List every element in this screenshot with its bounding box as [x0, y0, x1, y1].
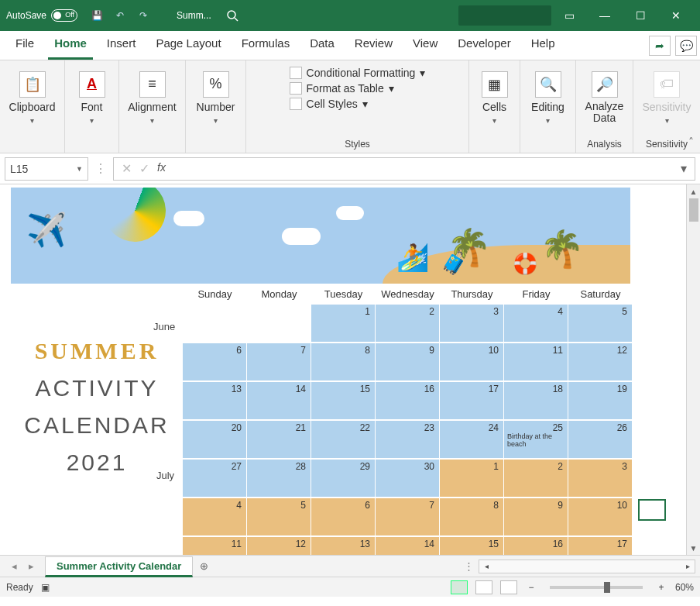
account-avatar[interactable] — [458, 5, 551, 26]
cells-button[interactable]: ▦Cells▾ — [468, 64, 521, 132]
number-button[interactable]: %Number▾ — [190, 64, 242, 132]
scroll-right-icon[interactable]: ▸ — [681, 560, 695, 573]
redo-icon[interactable]: ↷ — [132, 5, 155, 26]
calendar-cell[interactable]: 12 — [568, 343, 632, 380]
ribbon-display-icon[interactable]: ▭ — [551, 0, 587, 31]
calendar-cell[interactable]: 23 — [376, 421, 439, 458]
collapse-ribbon-icon[interactable]: ˄ — [688, 136, 694, 148]
macro-record-icon[interactable]: ▣ — [41, 582, 50, 593]
cancel-formula-icon[interactable]: ✕ — [122, 161, 132, 176]
calendar-cell[interactable]: 15 — [311, 382, 375, 419]
tab-view[interactable]: View — [407, 32, 444, 60]
calendar-cell[interactable]: 1 — [440, 460, 503, 497]
close-icon[interactable]: ✕ — [658, 0, 694, 31]
tab-formulas[interactable]: Formulas — [235, 32, 297, 60]
font-button[interactable]: AFont▾ — [66, 64, 118, 132]
expand-formula-icon[interactable]: ▾ — [678, 161, 690, 176]
calendar-cell[interactable]: 18 — [504, 382, 568, 419]
tab-insert[interactable]: Insert — [101, 32, 142, 60]
scroll-up-icon[interactable]: ▲ — [687, 184, 700, 198]
calendar-cell[interactable]: 5 — [247, 498, 311, 535]
undo-icon[interactable]: ↶ — [108, 5, 132, 26]
new-sheet-icon[interactable]: ⊕ — [193, 560, 214, 572]
enter-formula-icon[interactable]: ✓ — [139, 161, 149, 176]
calendar-cell[interactable]: 13 — [311, 537, 375, 555]
calendar-cell[interactable]: 2 — [504, 460, 568, 497]
calendar-cell[interactable]: 5 — [568, 305, 632, 342]
calendar-cell[interactable]: 27 — [183, 460, 246, 497]
calendar-cell[interactable]: 8 — [440, 498, 503, 535]
search-icon[interactable] — [222, 5, 242, 26]
calendar-cell[interactable]: 6 — [183, 343, 246, 380]
calendar-cell[interactable]: 9 — [504, 498, 568, 535]
document-name[interactable]: Summ... — [177, 10, 211, 21]
calendar-cell[interactable]: 3 — [440, 305, 503, 342]
calendar-cell[interactable]: 25Birthday at the beach — [504, 421, 568, 458]
tab-help[interactable]: Help — [525, 32, 561, 60]
calendar-cell[interactable]: 16 — [376, 382, 439, 419]
calendar-cell[interactable]: 7 — [247, 343, 311, 380]
calendar-cell[interactable]: 11 — [504, 343, 568, 380]
calendar-cell[interactable]: 30 — [376, 460, 439, 497]
scroll-down-icon[interactable]: ▼ — [687, 541, 700, 555]
autosave-toggle[interactable]: Off — [51, 9, 77, 22]
vertical-scrollbar[interactable]: ▲ ▼ — [686, 184, 700, 555]
save-icon[interactable]: 💾 — [85, 5, 108, 26]
analyze-data-button[interactable]: 🔎Analyze Data — [578, 64, 631, 132]
calendar-cell[interactable]: 17 — [568, 537, 632, 555]
calendar-cell[interactable]: 14 — [247, 382, 311, 419]
calendar-cell[interactable]: 3 — [568, 460, 632, 497]
format-as-table-button[interactable]: Format as Table ▾ — [290, 82, 426, 95]
calendar-cell[interactable]: 28 — [247, 460, 311, 497]
calendar-cell[interactable]: 2 — [376, 305, 439, 342]
calendar-cell[interactable]: 17 — [440, 382, 503, 419]
share-icon[interactable]: ➦ — [649, 36, 671, 56]
zoom-level[interactable]: 60% — [675, 582, 694, 593]
calendar-cell[interactable]: 20 — [183, 421, 246, 458]
worksheet[interactable]: ✈️ 🌴 🌴 🏄 🧳 🛟 SUMMER ACTIVITY CALENDAR 20… — [0, 184, 686, 555]
calendar-cell[interactable]: 4 — [183, 498, 246, 535]
calendar-cell[interactable]: 9 — [376, 343, 439, 380]
name-box[interactable]: L15 ▼ — [5, 157, 88, 181]
calendar-cell[interactable]: 8 — [311, 343, 375, 380]
calendar-cell[interactable]: 15 — [440, 537, 503, 555]
clipboard-button[interactable]: 📋Clipboard▾ — [6, 64, 59, 132]
calendar-cell[interactable]: 16 — [504, 537, 568, 555]
calendar-cell[interactable]: 21 — [247, 421, 311, 458]
tab-data[interactable]: Data — [304, 32, 341, 60]
calendar-cell[interactable] — [247, 305, 311, 342]
calendar-cell[interactable]: 14 — [376, 537, 439, 555]
tab-split-icon[interactable]: ⋮ — [464, 560, 474, 572]
calendar-cell[interactable]: 13 — [183, 382, 246, 419]
tab-review[interactable]: Review — [348, 32, 399, 60]
sheet-tab-active[interactable]: Summer Activity Calendar — [45, 556, 193, 577]
horizontal-scrollbar[interactable]: ◂ ▸ — [479, 560, 695, 573]
scroll-left-icon[interactable]: ◂ — [479, 560, 493, 573]
alignment-button[interactable]: ≡Alignment▾ — [126, 64, 179, 132]
maximize-icon[interactable]: ☐ — [623, 0, 658, 31]
view-page-break-icon[interactable] — [500, 580, 517, 594]
tab-page-layout[interactable]: Page Layout — [149, 32, 227, 60]
comments-icon[interactable]: 💬 — [675, 36, 697, 56]
conditional-formatting-button[interactable]: Conditional Formatting ▾ — [290, 67, 426, 79]
calendar-cell[interactable]: 19 — [568, 382, 632, 419]
calendar-grid[interactable]: June July SundayMondayTuesdayWednesdayTh… — [183, 284, 633, 555]
calendar-cell[interactable]: 7 — [376, 498, 439, 535]
calendar-cell[interactable]: 10 — [440, 343, 503, 380]
tab-nav-prev-icon[interactable]: ◂ — [6, 559, 22, 574]
calendar-cell[interactable]: 11 — [183, 537, 246, 555]
zoom-slider[interactable] — [550, 586, 643, 589]
calendar-cell[interactable]: 26 — [568, 421, 632, 458]
tab-home[interactable]: Home — [48, 32, 93, 60]
calendar-cell[interactable]: 24 — [440, 421, 503, 458]
view-page-layout-icon[interactable] — [475, 580, 492, 594]
calendar-cell[interactable]: 4 — [504, 305, 568, 342]
minimize-icon[interactable]: — — [587, 0, 623, 31]
calendar-cell[interactable] — [183, 305, 246, 342]
calendar-cell[interactable]: 1 — [311, 305, 375, 342]
cell-styles-button[interactable]: Cell Styles ▾ — [290, 98, 426, 110]
fx-icon[interactable]: fx — [157, 161, 166, 176]
zoom-in-icon[interactable]: + — [655, 582, 667, 593]
view-normal-icon[interactable] — [451, 580, 468, 594]
zoom-out-icon[interactable]: − — [525, 582, 537, 593]
